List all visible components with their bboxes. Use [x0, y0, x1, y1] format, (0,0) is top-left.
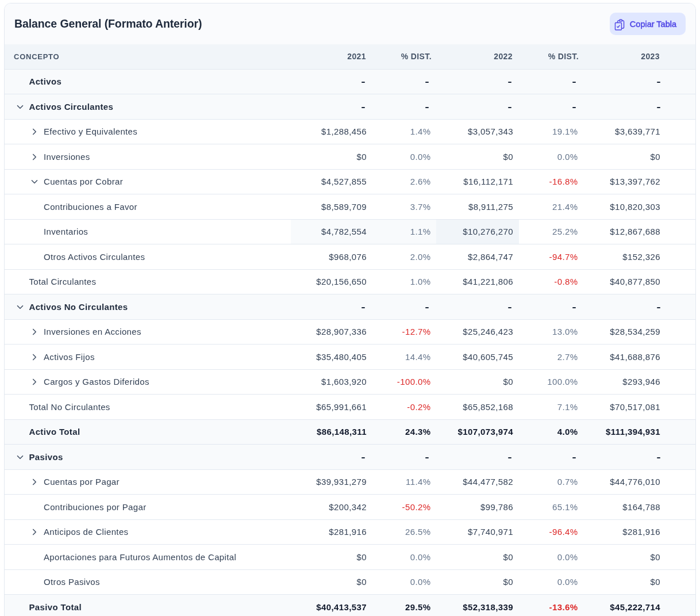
concept-cell: Inversiones	[5, 144, 291, 170]
table-row[interactable]: Cuentas por Pagar $39,931,279 11.4% $44,…	[5, 470, 695, 495]
table-row[interactable]: Contribuciones por Pagar $200,342 -50.2%…	[5, 495, 695, 520]
concept-cell: Activos Fijos	[5, 345, 291, 370]
page-title: Balance General (Formato Anterior)	[14, 17, 202, 30]
chevron-right-icon[interactable]	[29, 377, 40, 387]
table-row[interactable]: Activos Circulantes	[5, 94, 695, 120]
chevron-placeholder	[29, 252, 40, 262]
concept-inner: Activos	[15, 76, 291, 87]
row-label: Activos	[29, 76, 62, 86]
concept-cell: Activos Circulantes	[5, 94, 291, 120]
concept-cell: Total Circulantes	[5, 270, 291, 295]
concept-cell: Activos No Circulantes	[5, 294, 291, 320]
dash-value	[657, 82, 660, 83]
row-label: Total Circulantes	[29, 277, 97, 286]
concept-inner: Inversiones	[29, 151, 291, 162]
row-label: Activo Total	[29, 427, 80, 437]
concept-cell: Pasivos	[5, 445, 291, 470]
column-header-concepto: CONCEPTO	[5, 44, 291, 70]
row-label: Cargos y Gastos Diferidos	[44, 377, 149, 387]
table-row[interactable]: Total No Circulantes $65,991,661 -0.2% $…	[5, 395, 695, 420]
table-row[interactable]: Cuentas por Cobrar $4,527,855 2.6% $16,1…	[5, 170, 695, 195]
table-row[interactable]: Activos No Circulantes	[5, 294, 695, 320]
concept-inner: Contribuciones a Favor	[29, 201, 291, 212]
chevron-placeholder	[29, 202, 40, 212]
card-header: Balance General (Formato Anterior) Copia…	[5, 3, 695, 44]
chevron-placeholder	[15, 76, 25, 87]
concept-cell: Contribuciones a Favor	[5, 194, 291, 220]
chevron-right-icon[interactable]	[29, 527, 40, 537]
clipboard-check-icon	[613, 18, 626, 30]
chevron-placeholder	[29, 227, 40, 237]
table-row[interactable]: Activos	[5, 70, 695, 95]
chevron-placeholder	[15, 402, 25, 412]
concept-cell: Activo Total	[5, 420, 291, 445]
row-label: Inversiones en Acciones	[44, 327, 141, 336]
chevron-down-icon[interactable]	[29, 177, 40, 187]
concept-inner: Otros Activos Circulantes	[29, 251, 291, 262]
row-label: Inversiones	[44, 152, 90, 162]
chevron-down-icon[interactable]	[15, 102, 25, 112]
concept-cell: Total No Circulantes	[5, 395, 291, 420]
row-label: Aportaciones para Futuros Aumentos de Ca…	[44, 552, 236, 562]
concept-inner: Activos No Circulantes	[15, 301, 291, 312]
table-row[interactable]: Contribuciones a Favor $8,589,709 3.7% $…	[5, 194, 695, 220]
row-label: Efectivo y Equivalentes	[44, 127, 137, 136]
concept-cell: Activos	[5, 70, 291, 95]
chevron-right-icon[interactable]	[29, 352, 40, 362]
table-row[interactable]: Cargos y Gastos Diferidos $1,603,920 -10…	[5, 370, 695, 395]
concept-inner: Contribuciones por Pagar	[29, 502, 291, 512]
table-row[interactable]: Activos Fijos $35,480,405 14.4% $40,605,…	[5, 345, 695, 370]
column-header-2022: 2022	[436, 44, 519, 70]
concept-cell: Pasivo Total	[5, 595, 291, 616]
row-label: Pasivos	[29, 452, 63, 462]
copy-table-button-label: Copiar Tabla	[630, 20, 676, 29]
concept-cell: Aportaciones para Futuros Aumentos de Ca…	[5, 545, 291, 570]
row-label: Otros Pasivos	[44, 577, 100, 587]
concept-cell: Otros Pasivos	[5, 570, 291, 595]
dash-value	[508, 307, 511, 308]
chevron-placeholder	[15, 602, 25, 613]
table-row[interactable]: Otros Activos Circulantes $968,076 2.0% …	[5, 244, 695, 270]
copy-table-button[interactable]: Copiar Tabla	[610, 13, 686, 35]
row-label: Activos Fijos	[44, 352, 95, 362]
column-header-dist-2021: % DIST.	[372, 44, 436, 70]
table-row[interactable]: Inventarios $4,782,554 1.1% $10,276,270 …	[5, 220, 695, 245]
concept-inner: Cuentas por Pagar	[29, 477, 291, 487]
column-header-2021: 2021	[291, 44, 372, 70]
concept-inner: Total Circulantes	[15, 277, 291, 287]
dash-value	[361, 107, 365, 108]
chevron-down-icon[interactable]	[15, 302, 25, 312]
concept-inner: Aportaciones para Futuros Aumentos de Ca…	[29, 552, 291, 562]
row-label: Pasivo Total	[29, 602, 82, 612]
dash-value	[425, 82, 429, 83]
table-row[interactable]: Pasivos	[5, 445, 695, 470]
concept-inner: Activo Total	[15, 427, 291, 437]
chevron-right-icon[interactable]	[29, 127, 40, 137]
table-row[interactable]: Pasivo Total $40,413,537 29.5% $52,318,3…	[5, 595, 695, 616]
table-row[interactable]: Inversiones en Acciones $28,907,336 -12.…	[5, 320, 695, 345]
table-row[interactable]: Total Circulantes $20,156,650 1.0% $41,2…	[5, 270, 695, 295]
row-label: Cuentas por Pagar	[44, 477, 120, 487]
row-label: Contribuciones a Favor	[44, 202, 137, 212]
table-row[interactable]: Aportaciones para Futuros Aumentos de Ca…	[5, 545, 695, 570]
dash-value	[657, 107, 660, 108]
chevron-placeholder	[15, 427, 25, 437]
concept-inner: Total No Circulantes	[15, 401, 291, 412]
concept-cell: Cuentas por Pagar	[5, 470, 291, 495]
column-header-dist-2022: % DIST.	[519, 44, 583, 70]
row-label: Anticipos de Clientes	[44, 527, 128, 537]
table-row[interactable]: Anticipos de Clientes $281,916 26.5% $7,…	[5, 520, 695, 545]
concept-cell: Inversiones en Acciones	[5, 320, 291, 345]
concept-cell: Efectivo y Equivalentes	[5, 120, 291, 145]
chevron-right-icon[interactable]	[29, 327, 40, 337]
chevron-down-icon[interactable]	[15, 452, 25, 462]
table-row[interactable]: Otros Pasivos $0 0.0% $0 0.0% $0	[5, 570, 695, 595]
table-row[interactable]: Efectivo y Equivalentes $1,288,456 1.4% …	[5, 120, 695, 145]
chevron-right-icon[interactable]	[29, 477, 40, 487]
table-row[interactable]: Activo Total $86,148,311 24.3% $107,073,…	[5, 420, 695, 445]
chevron-right-icon[interactable]	[29, 152, 40, 162]
dash-value	[508, 107, 511, 108]
table-row[interactable]: Inversiones $0 0.0% $0 0.0% $0	[5, 144, 695, 170]
row-label: Activos No Circulantes	[29, 302, 128, 312]
dash-value	[508, 457, 511, 458]
